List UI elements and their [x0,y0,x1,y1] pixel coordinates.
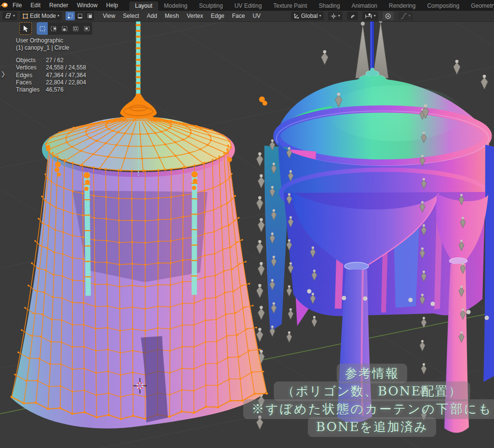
chevron-down-icon: ▾ [57,14,59,18]
falloff-dropdown[interactable]: ▾ [398,12,413,20]
snap-magnet-icon [349,13,356,19]
falloff-curve-icon [400,13,407,19]
topbar-menus: FileEditRenderWindowHelp [8,0,123,11]
viewport-menu-uv[interactable]: UV [249,11,265,21]
caption-line-3: ※すぼめた状態のカーテンの下部にも [243,399,494,419]
chevron-down-icon: ▾ [319,14,321,18]
curtain-tie-ring [449,258,467,264]
orientation-dropdown[interactable]: Global ▾ [291,12,324,20]
stat-label: Vertices [16,64,46,71]
stat-row-vertices: Vertices24,558 / 24,558 [16,64,86,71]
menu-window[interactable]: Window [72,0,102,11]
select-mode-buttons [66,12,94,20]
stat-row-faces: Faces22,804 / 22,804 [16,79,86,86]
orientation-label: Global [301,13,318,19]
chevron-down-icon: ▾ [374,14,376,18]
box-select-subtract-icon [61,25,68,32]
stat-value: 22,804 / 22,804 [46,79,86,86]
proportional-editing-button[interactable] [383,12,394,20]
menu-render[interactable]: Render [45,0,72,11]
viewport-menu-add[interactable]: Add [143,11,161,21]
chevron-down-icon: ▾ [338,14,340,18]
select-box-mode-new[interactable] [37,22,48,35]
stat-label: Objects [16,57,46,64]
menu-help[interactable]: Help [102,0,123,11]
snap-target-icon [365,13,372,19]
tab-modeling[interactable]: Modeling [158,1,193,11]
box-select-invert-icon [72,25,79,32]
workspace-tabs: LayoutModelingSculptingUV EditingTexture… [129,0,494,11]
stat-row-triangles: Triangles46,576 [16,86,86,94]
statistics-table: Objects27 / 62Vertices24,558 / 24,558Edg… [16,57,86,94]
orientation-axes-icon [293,13,300,19]
caption-line-1: 参考情報 [337,364,407,383]
edge-select-button[interactable] [75,12,84,20]
chevron-down-icon: ▾ [409,14,411,18]
tab-compositing[interactable]: Compositing [421,1,465,11]
curtain-tie-ring [344,262,369,270]
box-select-new-icon [39,25,46,32]
tab-shading[interactable]: Shading [313,1,346,11]
editor-type-button[interactable]: ▾ [2,12,17,20]
context-line: (1) canopy_1 | Circle [16,44,86,52]
view-name: User Orthographic [16,37,86,44]
snap-toggle-button[interactable] [347,12,358,20]
select-box-mode-intersect[interactable] [81,22,92,35]
stat-value: 24,558 / 24,558 [46,64,86,71]
viewport-menu-select[interactable]: Select [119,11,143,21]
blender-logo-icon[interactable] [0,2,8,8]
cursor-arrow-icon [23,25,29,32]
tab-texture-paint[interactable]: Texture Paint [268,1,313,11]
pivot-point-icon [330,13,337,19]
select-box-mode-subtract[interactable] [59,22,70,35]
menu-file[interactable]: File [8,0,26,11]
snap-target-dropdown[interactable]: ▾ [362,12,378,20]
proportional-editing-icon [385,13,391,19]
stat-row-objects: Objects27 / 62 [16,57,86,64]
viewport-header: ▾ Edit Mode ▾ ViewSelectAddMeshVertexEdg… [0,11,494,21]
stat-label: Faces [16,79,46,86]
stat-row-edges: Edges47,364 / 47,364 [16,72,86,79]
tab-animation[interactable]: Animation [346,1,383,11]
header-right-controls: Global ▾ ▾ ▾ [288,11,413,21]
viewport-menu-mesh[interactable]: Mesh [161,11,183,21]
viewport-menu-edge[interactable]: Edge [207,11,228,21]
editor-type-icon [5,13,12,19]
viewport-menu-view[interactable]: View [99,11,119,21]
menu-edit[interactable]: Edit [26,0,45,11]
sidebar-toggle-arrow[interactable]: ❯ [0,70,6,78]
stats-overlay: User Orthographic (1) canopy_1 | Circle … [16,37,86,94]
topbar: FileEditRenderWindowHelp LayoutModelingS… [0,0,494,11]
mode-dropdown[interactable]: Edit Mode ▾ [20,12,62,20]
tweak-tool-button[interactable] [19,22,32,35]
viewport-menus: ViewSelectAddMeshVertexEdgeFaceUV [99,11,264,21]
tab-geometry-nodes[interactable]: Geometry Nodes [465,1,494,11]
viewport-menu-vertex[interactable]: Vertex [183,11,207,21]
caption-line-2: （ポリゴン数、BONE配置） [274,381,470,401]
select-box-mode-extend[interactable] [48,22,59,35]
box-select-intersect-icon [83,25,90,32]
stat-label: Triangles [16,86,46,94]
interior-shadow [72,190,207,282]
select-box-mode-invert[interactable] [70,22,81,35]
pivot-point-dropdown[interactable]: ▾ [328,12,343,20]
spire-knob [361,22,365,26]
stat-value: 27 / 62 [46,57,64,64]
stat-value: 46,576 [46,86,64,94]
tab-rendering[interactable]: Rendering [383,1,421,11]
vertex-select-button[interactable] [66,12,75,20]
viewport-menu-face[interactable]: Face [228,11,249,21]
tab-layout[interactable]: Layout [129,1,158,11]
caption-line-4: BONEを追加済み [308,417,436,437]
tool-settings-float [19,22,92,35]
box-select-extend-icon [50,25,57,32]
mode-label: Edit Mode [30,13,56,19]
stat-value: 47,364 / 47,364 [46,72,86,79]
face-select-button[interactable] [85,12,94,20]
stat-label: Edges [16,72,46,79]
chevron-down-icon: ▾ [13,14,15,18]
tab-uv-editing[interactable]: UV Editing [229,1,268,11]
edit-mode-cube-icon [22,13,28,19]
select-box-mode-group [37,22,92,35]
tab-sculpting[interactable]: Sculpting [193,1,229,11]
